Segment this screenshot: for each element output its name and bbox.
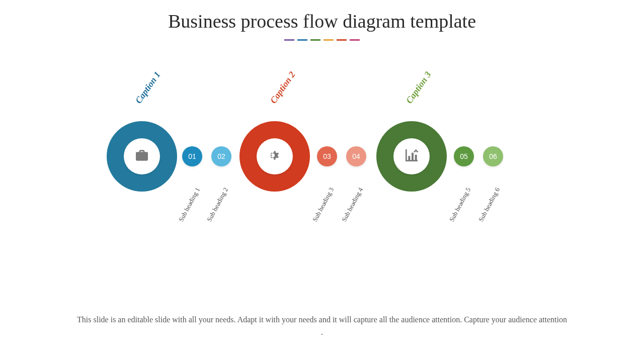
stage-ring-2: [239, 121, 310, 192]
step-bubble-04: 04: [346, 146, 366, 166]
stage-ring-1: [107, 121, 177, 192]
title-area: Business process flow diagram template: [0, 0, 644, 41]
chart-icon: [404, 147, 420, 165]
stage-ring-inner: [393, 138, 430, 174]
slide-title: Business process flow diagram template: [0, 10, 644, 32]
step-bubble-06: 06: [483, 146, 503, 166]
gear-icon: [267, 147, 283, 165]
sub-heading-6: Sub heading 6: [477, 186, 502, 223]
sub-heading-5: Sub heading 5: [448, 186, 472, 223]
caption-2: Caption 2: [268, 70, 298, 106]
stage-ring-inner: [257, 138, 293, 174]
caption-3: Caption 3: [404, 70, 434, 106]
stage-ring-3: [376, 121, 447, 192]
sub-heading-1: Sub heading 1: [177, 186, 202, 223]
sub-heading-4: Sub heading 4: [340, 186, 365, 223]
diagram-board: Caption 1 01 02 Sub heading 1 Sub headin…: [0, 86, 644, 297]
sub-heading-3: Sub heading 3: [311, 186, 336, 223]
divider-seg: [297, 39, 307, 41]
divider-seg: [350, 39, 360, 41]
briefcase-icon: [134, 147, 150, 165]
footer-text: This slide is an editable slide with all…: [0, 314, 644, 339]
divider-seg: [337, 39, 347, 41]
sub-heading-2: Sub heading 2: [205, 186, 230, 223]
step-bubble-01: 01: [182, 146, 202, 166]
divider-seg: [284, 39, 294, 41]
divider-seg: [310, 39, 320, 41]
caption-1: Caption 1: [133, 70, 163, 106]
title-divider: [0, 39, 644, 41]
stage-ring-inner: [124, 138, 160, 174]
divider-seg: [324, 39, 334, 41]
step-bubble-05: 05: [454, 146, 474, 166]
step-bubble-03: 03: [317, 146, 337, 166]
step-bubble-02: 02: [211, 146, 231, 166]
